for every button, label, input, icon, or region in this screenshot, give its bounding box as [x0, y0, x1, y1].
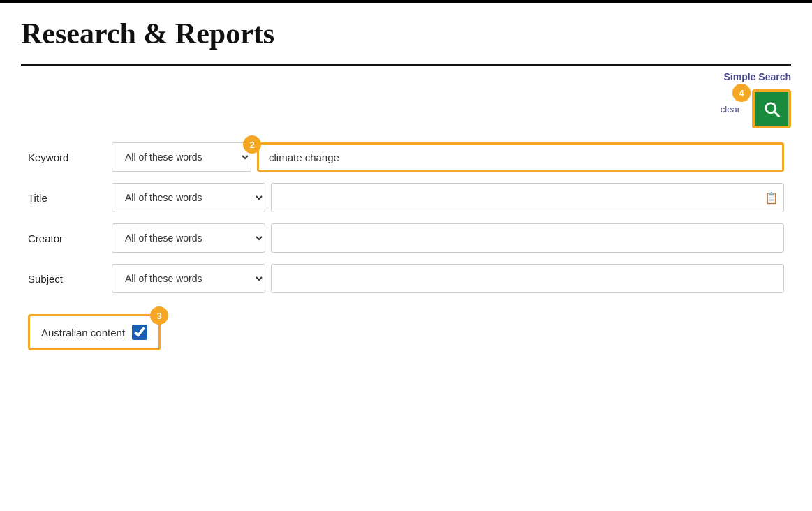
page-title: Research & Reports	[21, 17, 791, 50]
australian-content-section-wrapper: Australian content 3	[28, 307, 784, 350]
title-row: Title All of these words Any of these wo…	[28, 183, 784, 212]
title-dropdown[interactable]: All of these words Any of these words No…	[112, 183, 265, 212]
keyword-dropdown-wrapper: All of these words Any of these words No…	[112, 142, 251, 172]
badge-3: 3	[150, 306, 168, 325]
keyword-dropdown[interactable]: All of these words Any of these words No…	[112, 142, 251, 172]
search-icon	[762, 99, 781, 119]
search-actions: 4 clear	[21, 89, 791, 128]
title-input-wrapper: 📋	[271, 183, 784, 212]
creator-label: Creator	[28, 232, 112, 244]
simple-search-link[interactable]: Simple Search	[724, 71, 792, 82]
title-label: Title	[28, 192, 112, 204]
keyword-row: Keyword All of these words Any of these …	[28, 142, 784, 172]
form-grid: Keyword All of these words Any of these …	[28, 142, 784, 293]
title-dropdown-wrapper: All of these words Any of these words No…	[112, 183, 265, 212]
subject-label: Subject	[28, 273, 112, 285]
badge-4: 4	[732, 84, 751, 102]
search-button[interactable]	[752, 89, 791, 128]
simple-search-bar: Simple Search	[21, 64, 791, 82]
creator-dropdown-wrapper: All of these words Any of these words No…	[112, 223, 265, 253]
clear-link[interactable]: clear	[721, 104, 740, 114]
keyword-label: Keyword	[28, 151, 112, 163]
title-input[interactable]	[271, 183, 784, 212]
subject-input[interactable]	[271, 264, 784, 293]
badge-2: 2	[243, 135, 261, 154]
creator-dropdown[interactable]: All of these words Any of these words No…	[112, 223, 265, 253]
australian-content-section: Australian content 3	[28, 314, 161, 350]
creator-row: Creator All of these words Any of these …	[28, 223, 784, 253]
australian-content-checkbox[interactable]	[132, 325, 147, 340]
subject-dropdown[interactable]: All of these words Any of these words No…	[112, 264, 265, 293]
paste-icon: 📋	[765, 191, 778, 205]
search-form: Keyword All of these words Any of these …	[21, 142, 791, 350]
subject-row: Subject All of these words Any of these …	[28, 264, 784, 293]
subject-dropdown-wrapper: All of these words Any of these words No…	[112, 264, 265, 293]
creator-input[interactable]	[271, 223, 784, 253]
keyword-input[interactable]	[257, 142, 784, 172]
australian-content-label: Australian content	[41, 327, 125, 339]
